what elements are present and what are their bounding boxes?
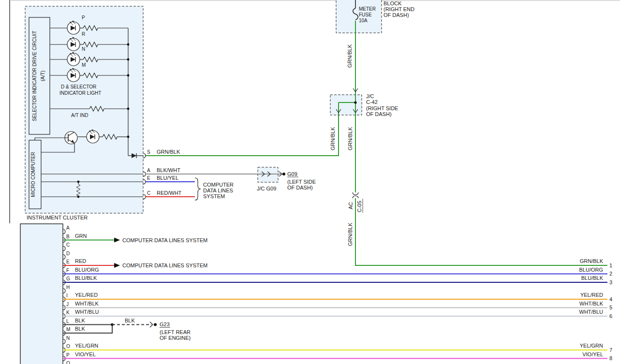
instrument-cluster: INSTRUMENT CLUSTER SELECTOR INDICATOR DR…	[25, 6, 146, 220]
pin-label-c: C	[147, 190, 150, 196]
g09-loc-2: OF DASH)	[287, 185, 313, 190]
right-wire-label-blu-org: BLU/ORG	[579, 267, 603, 273]
g23-loc-2: OF ENGINE)	[160, 335, 191, 341]
junction-dot	[77, 196, 80, 198]
g09-loc-1: (LEFT SIDE	[287, 179, 316, 185]
led-label-r: R	[82, 31, 85, 37]
wire-number-1: 1	[609, 262, 612, 268]
wire-label-c: RED/WHT	[157, 190, 182, 196]
connector-half-icon	[353, 196, 358, 198]
junction-dot	[127, 136, 130, 138]
g09-name: G09	[287, 171, 297, 177]
bottom-connector: A B C D E F G H I J K L M N O P Q	[20, 224, 70, 364]
label-grn-blk-vert-1: GRN/BLK	[347, 44, 353, 68]
pin-letter: I	[66, 293, 68, 298]
at-ind-label: A/T IND	[71, 113, 88, 118]
pin-arc-icon	[143, 194, 146, 199]
led-label-m: M	[82, 62, 86, 68]
pin-letter: H	[66, 285, 70, 290]
pin-letter: B	[66, 234, 70, 239]
wire-number-6: 6	[609, 313, 612, 319]
jc-c42-label-1: J/C	[366, 93, 374, 99]
d-selector-label-2: INDICATOR LIGHT	[59, 90, 101, 96]
wire-label-blk-l: BLK	[75, 318, 85, 323]
jc-c42-box	[330, 95, 362, 115]
label-grn-blk-vert-3: GRN/BLK	[347, 127, 353, 150]
selector-drive-label: SELECTOR INDICATOR DRIVE CIRCUIT	[32, 30, 37, 121]
ground-dot-icon	[282, 173, 285, 175]
jc-c42-junction: J/C C-42 (RIGHT SIDE OF DASH)	[330, 88, 398, 117]
pin-letter: J	[66, 302, 69, 307]
g09-jc-label: J/C G09	[257, 186, 276, 191]
g09-ground: G09 (LEFT SIDE OF DASH) J/C G09	[257, 167, 316, 191]
pin-letter: L	[66, 319, 69, 324]
wire-label-blk-m: BLK	[75, 326, 85, 332]
wire-grn-blk-main-lower	[355, 198, 607, 265]
arrow-icon	[114, 238, 120, 243]
junction-dot	[127, 44, 130, 46]
pin-arc-icon	[63, 229, 65, 234]
junction-dot	[354, 101, 356, 103]
wire-number-8: 8	[609, 355, 612, 361]
c05-pin-label: AC	[348, 202, 354, 209]
right-wire-label-yel-red: YEL/RED	[580, 292, 603, 298]
pin-arc-icon	[63, 255, 65, 260]
connector-half-icon	[353, 192, 358, 195]
junction-dot	[127, 108, 130, 110]
wire-label-yel-grn: YEL/GRN	[75, 343, 98, 349]
pin-letter: Q	[66, 361, 70, 364]
data-lines-system-label: COMPUTER DATA LINES SYSTEM	[122, 237, 207, 243]
led-label-p: P	[82, 15, 85, 20]
wire-label-blu-org: BLU/ORG	[75, 267, 99, 273]
wire-number-4: 4	[609, 296, 612, 302]
micro-computer-label: MICRO COMPUTER	[30, 152, 36, 197]
brace-icon	[195, 178, 201, 200]
fuse-label-1: METER	[359, 6, 376, 12]
wire-label-wht-blk: WHT/BLK	[75, 301, 99, 306]
wiring-diagram: METER FUSE 10A BLOCK (RIGHT END OF DASH)…	[0, 0, 620, 364]
pin-letter: N	[66, 335, 70, 341]
fuse-label-3: 10A	[359, 18, 368, 23]
wire-label-e: BLU/YEL	[157, 175, 178, 181]
pin-letter: K	[66, 310, 70, 315]
pin-arc-icon	[63, 289, 65, 293]
junction-dot	[127, 74, 130, 77]
data-lines-system-label: COMPUTER DATA LINES SYSTEM	[122, 262, 207, 268]
arrow-icon	[114, 263, 120, 268]
g23-loc-1: (LEFT REAR	[160, 329, 191, 335]
right-wire-label-wht-blu: WHT/BLU	[579, 309, 604, 315]
right-wire-label-yel-grn: YEL/GRN	[580, 343, 603, 349]
wire-label-red: RED	[75, 258, 86, 264]
pin-letter: G	[66, 276, 70, 281]
junction-dot	[77, 181, 80, 183]
label-grn-blk-vert-2: GRN/BLK	[330, 127, 336, 150]
pin-arc-icon	[143, 153, 146, 158]
pin-letter: O	[66, 344, 70, 349]
pin-label-e: E	[147, 175, 150, 181]
jc-c42-label-2: C-42	[366, 99, 378, 105]
pin-arc-icon	[63, 246, 65, 251]
junction-dot	[127, 58, 130, 61]
pin-letter: C	[66, 242, 70, 248]
fuse-block-title-2: (RIGHT END	[384, 6, 414, 12]
wire-label-grn: GRN	[75, 233, 87, 239]
wire-number-5: 5	[609, 305, 612, 310]
pin-letter: P	[66, 352, 70, 358]
pin-letter: F	[66, 268, 69, 273]
label-grn-blk-vert-4: GRN/BLK	[347, 222, 353, 246]
pin-letter: D	[66, 251, 70, 256]
fuse-label-2: FUSE	[359, 12, 372, 17]
pin-label-s: S	[147, 149, 150, 155]
pin-letter: E	[66, 259, 70, 264]
led-label-n: N	[82, 46, 85, 52]
g23-ground: BLK BLK BLK G23 (LEFT REAR OF ENGINE)	[63, 318, 191, 341]
wire-label-wht-blu: WHT/BLU	[75, 309, 99, 315]
wire-label-blu-blk: BLU/BLK	[75, 275, 97, 281]
jc-c42-label-3: (RIGHT SIDE	[366, 105, 398, 111]
data-lines-label-3: SYSTEM	[203, 193, 225, 199]
pin-arc-icon	[143, 179, 146, 184]
wire-label-s: GRN/BLK	[157, 149, 180, 155]
pin-arc-icon	[143, 172, 146, 176]
wire-label-a: BLK/WHT	[157, 167, 180, 173]
data-lines-label-2: DATA LINES	[203, 188, 233, 193]
